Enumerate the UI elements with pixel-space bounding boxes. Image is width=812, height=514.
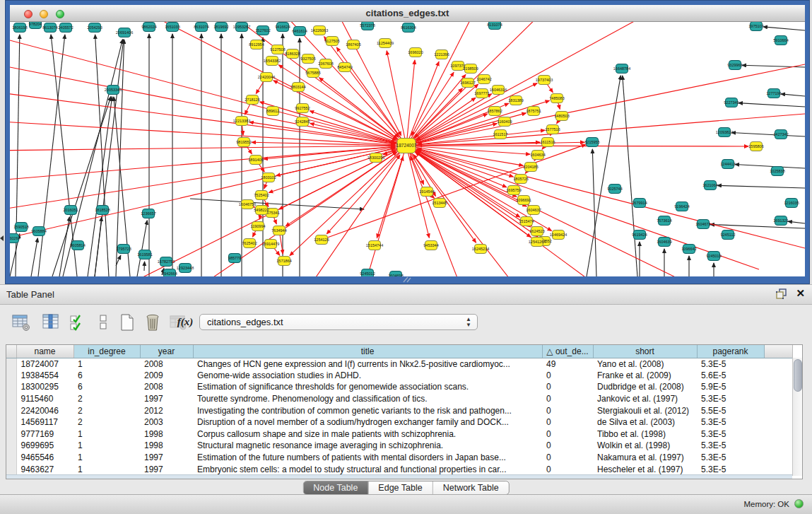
network-node[interactable]: 9453344 <box>423 241 438 250</box>
splitter-grip-icon[interactable] <box>401 276 411 283</box>
network-node[interactable]: 5572378 <box>360 22 375 30</box>
network-node[interactable]: 1236657 <box>141 209 155 218</box>
network-node[interactable]: 14226063 <box>311 26 328 35</box>
network-node[interactable]: 1046742 <box>476 75 491 84</box>
network-node[interactable]: 15154744 <box>366 241 383 250</box>
network-node[interactable]: 1795723 <box>116 245 131 254</box>
network-node[interactable]: 7525402 <box>254 191 269 200</box>
network-node[interactable]: 1604671 <box>695 220 710 229</box>
network-node[interactable]: 7573614 <box>657 216 671 226</box>
network-node[interactable]: 8912954 <box>249 40 264 49</box>
network-node[interactable]: 9927552 <box>295 104 310 113</box>
network-node[interactable]: 1805726 <box>513 175 528 184</box>
table-row[interactable]: 977716911998Corpus callosum shape and si… <box>6 428 792 440</box>
network-node[interactable]: 1604698 <box>388 271 403 277</box>
network-node[interactable]: 1590518 <box>13 223 28 232</box>
network-node[interactable]: 10953287 <box>233 23 250 32</box>
splitter-collapse-icon[interactable] <box>0 235 4 241</box>
network-node[interactable]: 1806198 <box>12 23 27 33</box>
column-header-name[interactable]: name <box>16 345 73 358</box>
network-node[interactable]: 1221396 <box>434 50 449 59</box>
network-node[interactable]: 9196424 <box>674 202 689 211</box>
network-node[interactable]: 1254126 <box>314 235 329 245</box>
column-header-short[interactable]: short <box>593 345 697 358</box>
network-node[interactable]: 16914479 <box>262 240 279 249</box>
network-node[interactable]: 9025744 <box>607 185 622 194</box>
network-canvas[interactable]: 1806198978204861307424055722054293206914… <box>10 22 805 276</box>
network-node[interactable]: 9242845 <box>295 117 310 127</box>
network-node[interactable]: 5675885 <box>305 69 320 78</box>
network-node[interactable]: 2054293 <box>87 23 102 33</box>
network-node[interactable]: 1595806 <box>748 142 763 151</box>
network-node[interactable]: 1975107 <box>748 22 763 31</box>
network-node[interactable]: 5498222 <box>254 206 269 215</box>
table-row[interactable]: 2242004622012Investigating the contribut… <box>6 404 792 416</box>
network-node[interactable]: 19737403 <box>536 76 553 85</box>
new-column-icon[interactable] <box>117 313 137 332</box>
network-node[interactable]: 1611517 <box>493 130 507 139</box>
network-node[interactable]: 1427342 <box>773 130 788 139</box>
float-panel-icon[interactable] <box>775 288 788 300</box>
network-node[interactable]: 1513445 <box>432 199 447 208</box>
network-node[interactable]: 1621064 <box>702 181 717 190</box>
close-panel-icon[interactable]: ✕ <box>796 287 805 300</box>
network-node[interactable]: 1190994 <box>250 222 265 231</box>
tab-edge-table[interactable]: Edge Table <box>367 481 432 494</box>
network-node[interactable]: 1803102 <box>261 173 276 182</box>
horizontal-scrollbar[interactable] <box>6 474 792 479</box>
network-node[interactable]: 16648784 <box>613 64 630 74</box>
network-node[interactable]: 1515474 <box>519 217 534 226</box>
network-node[interactable]: 2204185 <box>523 163 538 172</box>
network-node[interactable]: 1604639 <box>657 238 671 247</box>
network-node[interactable]: 18300295 <box>367 153 384 163</box>
delete-column-icon[interactable] <box>143 313 163 332</box>
network-node[interactable]: 8454749 <box>337 63 352 72</box>
column-header-pagerank[interactable]: pagerank <box>697 345 764 358</box>
table-row[interactable]: 969969511998Structural magnetic resonanc… <box>6 440 792 452</box>
network-node[interactable]: 1527602 <box>255 26 270 35</box>
network-node[interactable]: 1857862 <box>487 107 502 116</box>
network-hub-node[interactable]: 18724007 <box>396 139 417 153</box>
network-node[interactable]: 1619581 <box>137 250 152 259</box>
checkbox-list-icon[interactable] <box>93 313 113 332</box>
table-row[interactable]: 1872400712008Changes of HCN gene express… <box>6 358 792 370</box>
network-node[interactable]: 8942664 <box>162 269 177 277</box>
network-node[interactable]: 9416624 <box>275 23 290 32</box>
network-node[interactable]: 9605884 <box>31 227 46 236</box>
network-node[interactable]: 12541264 <box>529 238 546 247</box>
network-node[interactable]: 2016051 <box>63 206 78 215</box>
network-node[interactable]: 16245234 <box>472 245 489 254</box>
column-select-icon[interactable] <box>41 313 61 332</box>
network-node[interactable]: 889612 <box>266 107 279 116</box>
table-row[interactable]: 1830029562008Estimation of significance … <box>6 381 792 393</box>
table-row[interactable]: 946362711997Embryonic stem cells: a mode… <box>6 463 792 475</box>
network-node[interactable]: 9819552 <box>236 138 251 147</box>
network-node[interactable]: 9227349 <box>724 98 739 107</box>
table-mode-icon[interactable] <box>11 313 31 332</box>
network-node[interactable]: 9245012 <box>360 269 375 277</box>
network-node[interactable]: 6461614 <box>292 27 307 36</box>
network-node[interactable]: 1611516 <box>540 138 555 147</box>
network-node[interactable]: 16046316 <box>490 86 507 95</box>
network-node[interactable]: 985779 <box>228 254 241 263</box>
network-node[interactable]: 1277196 <box>766 89 781 98</box>
network-node[interactable]: 9619424 <box>632 230 647 240</box>
network-node[interactable]: 1696020 <box>408 48 423 57</box>
network-node[interactable]: 1624523 <box>529 227 544 236</box>
network-node[interactable]: 7634944 <box>271 226 286 235</box>
network-node[interactable]: 1604634 <box>530 151 545 160</box>
network-node[interactable]: 9245112 <box>720 230 735 240</box>
network-node[interactable]: 9862024 <box>141 23 156 32</box>
network-node[interactable]: 1651033 <box>165 23 180 32</box>
network-node[interactable]: 9605814 <box>70 241 85 250</box>
network-node[interactable]: 2803144 <box>290 83 305 92</box>
network-node[interactable]: 1604637 <box>526 206 541 215</box>
network-node[interactable]: 16782753 <box>158 257 175 267</box>
network-node[interactable]: 2367608 <box>318 59 333 69</box>
network-node[interactable]: 8616304 <box>401 23 416 33</box>
network-node[interactable]: 1695759 <box>506 186 521 195</box>
network-node[interactable]: 7485083 <box>549 94 564 103</box>
column-header-year[interactable]: year <box>140 345 193 358</box>
network-node[interactable]: 1480503 <box>554 112 569 121</box>
network-node[interactable]: 1160264 <box>10 234 20 243</box>
